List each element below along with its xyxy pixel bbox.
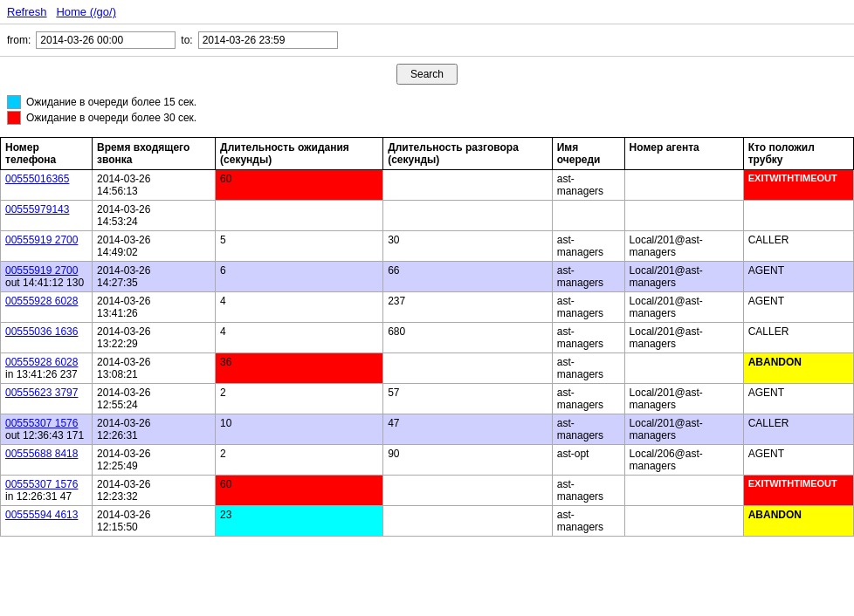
- cell-who: AGENT: [743, 292, 853, 323]
- cell-time: 2014-03-26 13:41:26: [93, 292, 216, 323]
- header-talk: Длительность разговора (секунды): [383, 138, 553, 170]
- cell-agent: Local/201@ast-managers: [624, 414, 743, 445]
- phone-link[interactable]: 00555928 6028: [5, 356, 78, 368]
- search-bar: from: to:: [0, 24, 854, 57]
- cell-talk: 237: [383, 292, 553, 323]
- table-row: 00555594 46132014-03-26 12:15:5023ast-ma…: [1, 506, 854, 537]
- legend-color-red: [7, 111, 21, 125]
- refresh-link[interactable]: Refresh: [7, 5, 47, 18]
- cell-wait: 4: [216, 323, 383, 353]
- cell-who: EXITWITHTIMEOUT: [743, 170, 853, 201]
- cell-queue: [552, 201, 624, 231]
- cell-queue: ast-managers: [552, 476, 624, 506]
- cell-phone: 00555307 1576out 12:36:43 171: [1, 414, 93, 445]
- cell-phone: 00555979143: [1, 201, 93, 231]
- cell-who: CALLER: [743, 231, 853, 262]
- cell-queue: ast-managers: [552, 506, 624, 537]
- cell-who: AGENT: [743, 445, 853, 476]
- cell-talk: 30: [383, 231, 553, 262]
- phone-link[interactable]: 00555979143: [5, 203, 69, 216]
- cell-wait: 2: [216, 445, 383, 476]
- cell-talk: 57: [383, 384, 553, 414]
- cell-talk: [383, 201, 553, 231]
- cell-wait: [216, 201, 383, 231]
- header-phone: Номер телефона: [1, 138, 93, 170]
- legend-item-15: Ожидание в очереди более 15 сек.: [7, 95, 847, 109]
- cell-wait: 23: [216, 506, 383, 537]
- cell-who: EXITWITHTIMEOUT: [743, 476, 853, 506]
- cell-talk: 680: [383, 323, 553, 353]
- cell-who: AGENT: [743, 262, 853, 292]
- top-nav: Refresh Home (/go/): [0, 0, 854, 24]
- cell-phone: 00555919 2700out 14:41:12 130: [1, 262, 93, 292]
- cell-queue: ast-managers: [552, 323, 624, 353]
- legend-item-30: Ожидание в очереди более 30 сек.: [7, 111, 847, 125]
- cell-queue: ast-managers: [552, 170, 624, 201]
- cell-agent: Local/201@ast-managers: [624, 231, 743, 262]
- cell-phone: 00555623 3797: [1, 384, 93, 414]
- cell-talk: [383, 170, 553, 201]
- cell-phone: 00555036 1636: [1, 323, 93, 353]
- header-queue: Имя очереди: [552, 138, 624, 170]
- phone-link[interactable]: 00555594 4613: [5, 509, 78, 521]
- cell-wait: 2: [216, 384, 383, 414]
- cell-agent: [624, 353, 743, 384]
- cell-phone: 00555307 1576in 12:26:31 47: [1, 476, 93, 506]
- cell-who: ABANDON: [743, 353, 853, 384]
- cell-phone: 00555594 4613: [1, 506, 93, 537]
- from-input[interactable]: [36, 31, 176, 49]
- phone-link[interactable]: 00555036 1636: [5, 325, 78, 338]
- phone-link[interactable]: 00555688 8418: [5, 448, 78, 460]
- from-label: from:: [7, 34, 31, 46]
- cell-time: 2014-03-26 14:53:24: [93, 201, 216, 231]
- header-wait: Длительность ожидания (секунды): [216, 138, 383, 170]
- cell-who: [743, 201, 853, 231]
- table-row: 00555919 27002014-03-26 14:49:02530ast-m…: [1, 231, 854, 262]
- cell-wait: 5: [216, 231, 383, 262]
- table-row: 00555688 84182014-03-26 12:25:49290ast-o…: [1, 445, 854, 476]
- phone-link[interactable]: 00555623 3797: [5, 387, 78, 399]
- home-link[interactable]: Home (/go/): [56, 5, 116, 18]
- cell-talk: 66: [383, 262, 553, 292]
- cell-time: 2014-03-26 14:27:35: [93, 262, 216, 292]
- cell-time: 2014-03-26 12:15:50: [93, 506, 216, 537]
- cell-time: 2014-03-26 12:25:49: [93, 445, 216, 476]
- cell-agent: [624, 476, 743, 506]
- cell-who: CALLER: [743, 414, 853, 445]
- calls-table: Номер телефона Время входящего звонка Дл…: [0, 137, 854, 537]
- table-row: 00555928 60282014-03-26 13:41:264237ast-…: [1, 292, 854, 323]
- phone-link[interactable]: 00555307 1576: [5, 417, 78, 429]
- search-button[interactable]: Search: [396, 64, 458, 85]
- cell-time: 2014-03-26 14:56:13: [93, 170, 216, 201]
- cell-who: AGENT: [743, 384, 853, 414]
- table-row: 005550163652014-03-26 14:56:1360ast-mana…: [1, 170, 854, 201]
- phone-link[interactable]: 00555928 6028: [5, 295, 78, 307]
- cell-agent: Local/201@ast-managers: [624, 323, 743, 353]
- cell-talk: 47: [383, 414, 553, 445]
- phone-link[interactable]: 00555307 1576: [5, 478, 78, 490]
- cell-wait: 4: [216, 292, 383, 323]
- table-header-row: Номер телефона Время входящего звонка Дл…: [1, 138, 854, 170]
- to-input[interactable]: [198, 31, 338, 49]
- table-row: 00555307 1576in 12:26:31 472014-03-26 12…: [1, 476, 854, 506]
- phone-link[interactable]: 00555919 2700: [5, 264, 78, 277]
- legend-color-cyan: [7, 95, 21, 109]
- legend: Ожидание в очереди более 15 сек. Ожидани…: [0, 92, 854, 130]
- cell-wait: 36: [216, 353, 383, 384]
- cell-queue: ast-managers: [552, 262, 624, 292]
- cell-phone: 00555919 2700: [1, 231, 93, 262]
- cell-time: 2014-03-26 12:55:24: [93, 384, 216, 414]
- cell-time: 2014-03-26 14:49:02: [93, 231, 216, 262]
- cell-wait: 6: [216, 262, 383, 292]
- cell-talk: [383, 353, 553, 384]
- cell-phone: 00555688 8418: [1, 445, 93, 476]
- cell-talk: [383, 506, 553, 537]
- cell-queue: ast-managers: [552, 414, 624, 445]
- cell-time: 2014-03-26 13:22:29: [93, 323, 216, 353]
- phone-link[interactable]: 00555016365: [5, 173, 69, 185]
- cell-queue: ast-managers: [552, 231, 624, 262]
- cell-who: ABANDON: [743, 506, 853, 537]
- cell-phone: 00555928 6028in 13:41:26 237: [1, 353, 93, 384]
- table-row: 00555307 1576out 12:36:43 1712014-03-26 …: [1, 414, 854, 445]
- phone-link[interactable]: 00555919 2700: [5, 234, 78, 246]
